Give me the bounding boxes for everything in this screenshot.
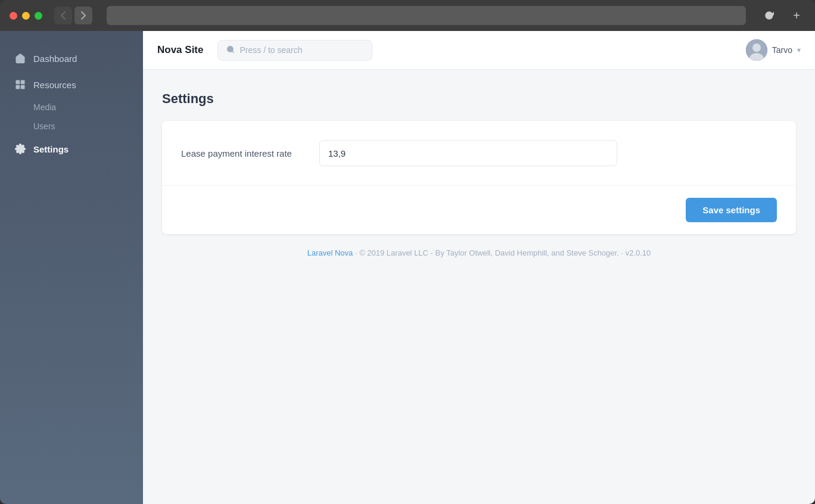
card-body: Lease payment interest rate — [162, 121, 796, 185]
footer-copyright: © 2019 Laravel LLC - By Taylor Otwell, D… — [359, 248, 619, 257]
field-label-lease: Lease payment interest rate — [181, 148, 300, 158]
card-footer: Save settings — [162, 185, 796, 234]
search-icon — [226, 45, 235, 55]
maximize-button[interactable] — [35, 12, 42, 20]
footer-separator-2: · — [621, 248, 625, 257]
footer-version: v2.0.10 — [626, 248, 651, 257]
sidebar-item-label: Settings — [33, 144, 69, 154]
app-body: Dashboard Resources Media Users — [0, 31, 815, 504]
forward-button[interactable] — [74, 7, 92, 24]
back-button[interactable] — [54, 7, 72, 24]
home-icon — [14, 52, 26, 64]
svg-rect-1 — [21, 80, 24, 83]
sidebar-item-label: Resources — [33, 80, 76, 90]
sidebar-item-settings[interactable]: Settings — [0, 136, 143, 162]
search-placeholder: Press / to search — [239, 45, 302, 55]
titlebar: + — [0, 0, 815, 31]
laravel-nova-link[interactable]: Laravel Nova — [307, 248, 353, 257]
main-content: Nova Site Press / to search — [143, 31, 815, 504]
avatar — [746, 39, 767, 61]
close-button[interactable] — [10, 12, 17, 20]
chevron-down-icon: ▾ — [797, 46, 801, 54]
page-title: Settings — [162, 91, 796, 107]
brand-name: Nova Site — [157, 44, 203, 56]
user-menu[interactable]: Tarvo ▾ — [746, 39, 801, 61]
gear-icon — [14, 143, 26, 155]
traffic-lights — [10, 12, 42, 20]
sidebar-item-resources[interactable]: Resources — [0, 71, 143, 98]
svg-point-8 — [752, 43, 761, 52]
sidebar-item-media[interactable]: Media — [33, 98, 143, 117]
save-settings-button[interactable]: Save settings — [686, 198, 777, 222]
sidebar-item-dashboard[interactable]: Dashboard — [0, 45, 143, 71]
address-bar[interactable] — [107, 6, 746, 25]
sidebar: Dashboard Resources Media Users — [0, 31, 143, 504]
page-content: Settings Lease payment interest rate Sav… — [143, 70, 815, 504]
svg-rect-3 — [16, 86, 19, 89]
page-footer: Laravel Nova · © 2019 Laravel LLC - By T… — [162, 234, 796, 272]
svg-rect-2 — [21, 86, 24, 89]
refresh-button[interactable] — [760, 7, 778, 24]
sidebar-item-label: Dashboard — [33, 54, 77, 64]
field-row: Lease payment interest rate — [181, 140, 777, 166]
new-tab-button[interactable]: + — [788, 7, 805, 24]
nav-buttons — [54, 7, 92, 24]
grid-icon — [14, 79, 26, 91]
user-name: Tarvo — [772, 45, 792, 55]
sidebar-sub-resources: Media Users — [0, 98, 143, 136]
app-header: Nova Site Press / to search — [143, 31, 815, 70]
lease-payment-interest-rate-input[interactable] — [319, 140, 617, 166]
svg-rect-0 — [16, 80, 19, 83]
search-bar[interactable]: Press / to search — [217, 40, 372, 61]
minimize-button[interactable] — [22, 12, 30, 20]
svg-line-6 — [232, 51, 234, 52]
settings-card: Lease payment interest rate Save setting… — [162, 121, 796, 234]
sidebar-item-users[interactable]: Users — [33, 117, 143, 136]
